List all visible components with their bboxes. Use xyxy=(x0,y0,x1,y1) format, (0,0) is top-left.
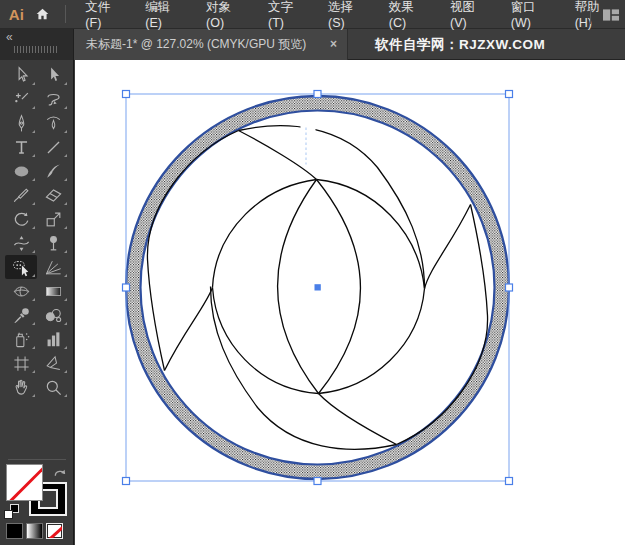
appearance-buttons xyxy=(6,523,63,539)
artboard-canvas[interactable] xyxy=(75,60,625,545)
tool-shape-builder-tool[interactable] xyxy=(5,255,37,279)
menu-文字T[interactable]: 文字(T) xyxy=(257,0,317,28)
illustrator-logo[interactable]: Ai xyxy=(2,6,31,23)
tool-puppet-warp-tool[interactable] xyxy=(37,231,69,255)
tools-panel-header[interactable]: « xyxy=(0,29,74,60)
curvature-tool-icon xyxy=(44,114,63,133)
object-center-point[interactable] xyxy=(315,284,321,290)
tab-bar: « 未标题-1* @ 127.02% (CMYK/GPU 预览) × 软件自学网… xyxy=(0,29,625,60)
line-segment-tool-icon xyxy=(44,138,63,157)
tool-gradient-tool[interactable] xyxy=(37,279,69,303)
artboard-tool-icon xyxy=(12,354,31,373)
tool-pen-tool[interactable] xyxy=(5,111,37,135)
artwork xyxy=(75,60,625,545)
eyedropper-tool-icon xyxy=(12,306,31,325)
perspective-grid-tool-icon xyxy=(44,258,63,277)
menu-bar: Ai 文件(F)编辑(E)对象(O)文字(T)选择(S)效果(C)视图(V)窗口… xyxy=(0,0,625,29)
collapse-panel-icon[interactable]: « xyxy=(6,30,13,44)
scale-tool-icon xyxy=(44,210,63,229)
selection-tool-icon xyxy=(12,66,31,85)
none-slash-icon xyxy=(46,523,63,539)
pen-tool-icon xyxy=(12,114,31,133)
tool-lasso-tool[interactable] xyxy=(37,87,69,111)
gradient-button[interactable] xyxy=(26,523,43,539)
none-button[interactable] xyxy=(46,523,63,539)
document-tab-title: 未标题-1* @ 127.02% (CMYK/GPU 预览) xyxy=(86,36,306,53)
menu-对象O[interactable]: 对象(O) xyxy=(195,0,257,28)
tool-hand-tool[interactable] xyxy=(5,375,37,399)
tool-blend-tool[interactable] xyxy=(37,303,69,327)
tool-mesh-tool[interactable] xyxy=(5,279,37,303)
menu-视图V[interactable]: 视图(V) xyxy=(439,0,500,28)
symbol-sprayer-tool-icon xyxy=(12,330,31,349)
site-watermark: 软件自学网：RJZXW.COM xyxy=(375,29,545,60)
tools-grid xyxy=(5,63,69,399)
color-button[interactable] xyxy=(6,523,23,539)
direct-selection-tool-icon xyxy=(44,66,63,85)
type-tool-icon xyxy=(12,138,31,157)
tools-panel xyxy=(0,60,74,545)
tool-shaper-tool[interactable] xyxy=(5,183,37,207)
tool-slice-tool[interactable] xyxy=(37,351,69,375)
menu-窗口W[interactable]: 窗口(W) xyxy=(500,0,564,28)
lasso-tool-icon xyxy=(44,90,63,109)
document-tab[interactable]: 未标题-1* @ 127.02% (CMYK/GPU 预览) × xyxy=(74,29,348,60)
tool-type-tool[interactable] xyxy=(5,135,37,159)
slice-tool-icon xyxy=(44,354,63,373)
zoom-tool-icon xyxy=(44,378,63,397)
none-slash-icon xyxy=(7,464,43,501)
puppet-warp-tool-icon xyxy=(44,234,63,253)
menu-文件F[interactable]: 文件(F) xyxy=(74,0,134,28)
tool-scale-tool[interactable] xyxy=(37,207,69,231)
mesh-tool-icon xyxy=(12,282,31,301)
menu-效果C[interactable]: 效果(C) xyxy=(378,0,439,28)
rotate-tool-icon xyxy=(12,210,31,229)
menu-编辑E[interactable]: 编辑(E) xyxy=(134,0,195,28)
tool-eraser-tool[interactable] xyxy=(37,183,69,207)
tool-zoom-tool[interactable] xyxy=(37,375,69,399)
tool-perspective-grid-tool[interactable] xyxy=(37,255,69,279)
tab-close-icon[interactable]: × xyxy=(326,37,341,52)
tool-line-segment-tool[interactable] xyxy=(37,135,69,159)
magic-wand-tool-icon xyxy=(12,90,31,109)
fill-swatch[interactable] xyxy=(6,464,43,501)
tool-magic-wand-tool[interactable] xyxy=(5,87,37,111)
shaper-tool-icon xyxy=(12,186,31,205)
home-button[interactable] xyxy=(31,3,56,25)
menu-选择S[interactable]: 选择(S) xyxy=(317,0,378,28)
workspace-switcher-icon[interactable] xyxy=(601,7,621,23)
cursor-overlay xyxy=(301,116,316,141)
tool-eyedropper-tool[interactable] xyxy=(5,303,37,327)
tool-rotate-tool[interactable] xyxy=(5,207,37,231)
width-tool-icon xyxy=(12,234,31,253)
tool-direct-selection-tool[interactable] xyxy=(37,63,69,87)
tool-ellipse-tool[interactable] xyxy=(5,159,37,183)
paintbrush-tool-icon xyxy=(44,162,63,181)
tool-column-graph-tool[interactable] xyxy=(37,327,69,351)
ellipse-tool-icon xyxy=(12,162,31,181)
default-fill-stroke-button[interactable] xyxy=(4,504,19,519)
swap-fill-stroke-button[interactable] xyxy=(52,466,68,480)
tool-selection-tool[interactable] xyxy=(5,63,37,87)
home-icon xyxy=(35,7,50,21)
menu-items: 文件(F)编辑(E)对象(O)文字(T)选择(S)效果(C)视图(V)窗口(W)… xyxy=(74,0,625,28)
panel-grip-handle[interactable] xyxy=(14,46,58,53)
tool-symbol-sprayer-tool[interactable] xyxy=(5,327,37,351)
tool-artboard-tool[interactable] xyxy=(5,351,37,375)
tool-curvature-tool[interactable] xyxy=(37,111,69,135)
hand-tool-icon xyxy=(12,378,31,397)
eraser-tool-icon xyxy=(44,186,63,205)
menubar-divider-right xyxy=(590,6,591,24)
blend-tool-icon xyxy=(44,306,63,325)
column-graph-tool-icon xyxy=(44,330,63,349)
tool-width-tool[interactable] xyxy=(5,231,37,255)
gradient-tool-icon xyxy=(44,282,63,301)
tool-paintbrush-tool[interactable] xyxy=(37,159,69,183)
fill-stroke-controls xyxy=(0,462,74,520)
shape-builder-tool-icon xyxy=(12,258,31,277)
tools-divider xyxy=(8,459,66,460)
menubar-divider xyxy=(65,5,66,23)
